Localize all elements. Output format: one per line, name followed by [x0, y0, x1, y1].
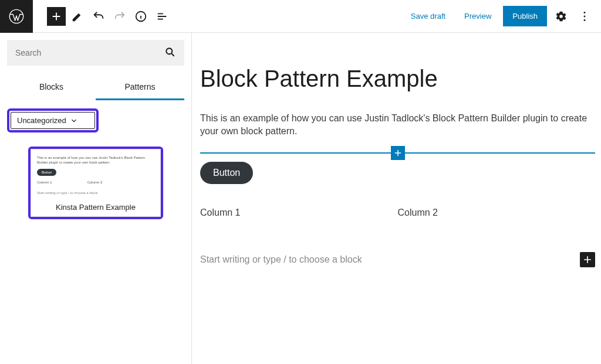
column-2[interactable]: Column 2	[398, 207, 596, 218]
svg-point-2	[584, 12, 586, 13]
preview-button[interactable]: Preview	[457, 7, 498, 25]
content-paragraph[interactable]: This is an example of how you can use Ju…	[200, 112, 588, 138]
search-icon	[164, 46, 176, 60]
inserter-sidebar: Blocks Patterns Uncategorized This is an…	[0, 33, 192, 364]
tab-blocks[interactable]: Blocks	[7, 76, 96, 100]
pattern-category-select[interactable]: Uncategorized	[11, 112, 95, 129]
info-icon[interactable]	[131, 7, 150, 26]
publish-button[interactable]: Publish	[503, 6, 547, 26]
inserter-tabs: Blocks Patterns	[7, 76, 184, 100]
search-input[interactable]	[15, 48, 164, 57]
search-box	[7, 40, 184, 66]
appender-prompt: Start writing or type / to choose a bloc…	[200, 254, 362, 265]
category-selected-label: Uncategorized	[17, 116, 66, 125]
tab-patterns[interactable]: Patterns	[96, 76, 184, 100]
thumb-prompt: Start writing or type / to choose a bloc…	[37, 191, 154, 195]
edit-icon[interactable]	[68, 7, 87, 26]
add-block-button[interactable]	[580, 252, 595, 267]
pattern-card[interactable]: This is an example of how you can use Ju…	[31, 149, 161, 217]
thumb-col1: Column 1	[37, 181, 52, 184]
save-draft-button[interactable]: Save draft	[404, 7, 453, 25]
chevron-down-icon	[70, 117, 78, 125]
thumb-paragraph: This is an example of how you can use Ju…	[37, 155, 154, 165]
pattern-label: Kinsta Pattern Example	[31, 198, 160, 216]
column-1[interactable]: Column 1	[200, 207, 398, 218]
more-options-icon[interactable]	[575, 7, 594, 26]
block-selection-line	[200, 152, 595, 154]
columns-block[interactable]: Column 1 Column 2	[200, 207, 595, 218]
toolbar-left-group	[33, 7, 171, 26]
toolbar-right-group: Save draft Preview Publish	[404, 6, 594, 26]
thumb-col2: Column 2	[87, 181, 103, 184]
top-toolbar: Save draft Preview Publish	[0, 0, 601, 33]
outline-icon[interactable]	[153, 7, 171, 26]
add-block-inline-button[interactable]	[391, 146, 405, 160]
thumb-button: Button	[37, 169, 56, 176]
button-block[interactable]: Button	[200, 162, 253, 184]
svg-point-3	[584, 15, 586, 17]
redo-icon[interactable]	[110, 7, 129, 26]
settings-gear-icon[interactable]	[552, 7, 570, 26]
pattern-thumbnail: This is an example of how you can use Ju…	[31, 149, 160, 198]
wordpress-logo-icon[interactable]	[0, 0, 33, 33]
svg-point-5	[166, 48, 172, 54]
highlight-pattern-card: This is an example of how you can use Ju…	[28, 147, 163, 219]
block-inserter-button[interactable]	[47, 7, 66, 26]
default-block-appender[interactable]: Start writing or type / to choose a bloc…	[200, 252, 595, 267]
editor-canvas[interactable]: Block Pattern Example This is an example…	[192, 33, 601, 364]
post-title[interactable]: Block Pattern Example	[200, 66, 595, 92]
undo-icon[interactable]	[89, 7, 108, 26]
svg-point-4	[584, 19, 586, 21]
highlight-category: Uncategorized	[7, 108, 99, 132]
